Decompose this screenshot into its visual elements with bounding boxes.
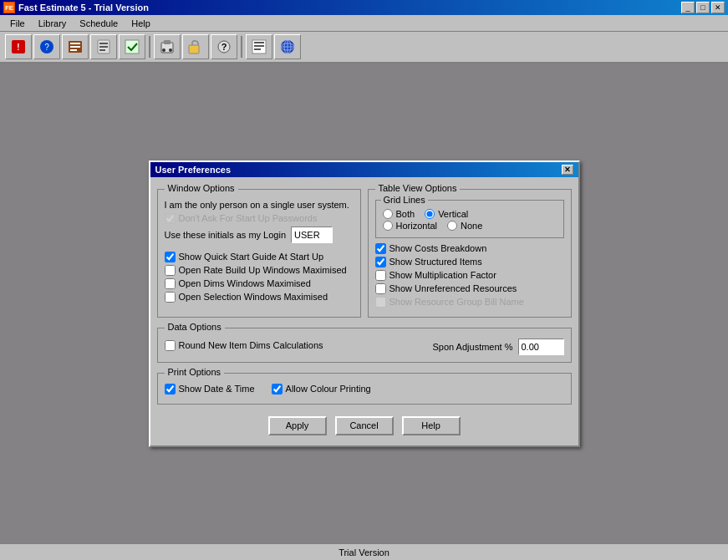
title-bar-left: FE Fast Estimate 5 - Trial Version (3, 2, 149, 13)
open-ratebuildup-label: Open Rate Build Up Windows Maximised (179, 265, 347, 275)
maximize-button[interactable]: □ (696, 2, 710, 13)
round-calc-row: Round New Item Dims Calculations (165, 340, 323, 351)
title-bar: FE Fast Estimate 5 - Trial Version _ □ ✕ (0, 0, 728, 15)
radio-vertical: Vertical (425, 209, 468, 219)
dialog-close-button[interactable]: ✕ (562, 165, 573, 175)
dialog-title-text: User Preferences (155, 165, 232, 175)
open-selection-label: Open Selection Windows Maximised (179, 292, 328, 302)
toolbar-btn-6[interactable] (154, 34, 181, 59)
svg-text:!: ! (17, 43, 19, 52)
toolbar-btn-1[interactable]: ! (5, 34, 32, 59)
toolbar-btn-9[interactable] (246, 34, 272, 59)
radio-vertical-input[interactable] (425, 209, 435, 219)
data-options-inner: Round New Item Dims Calculations Spon Ad… (165, 339, 564, 355)
table-view-options-group: Table View Options Grid Lines Both Verti… (368, 189, 572, 318)
minimize-button[interactable]: _ (681, 2, 695, 13)
open-ratebuildup-checkbox[interactable] (165, 265, 176, 276)
window-options-desc: I am the only person on a single user sy… (165, 200, 354, 210)
radio-vertical-label: Vertical (438, 209, 468, 219)
login-row: Use these initials as my Login (165, 227, 354, 243)
show-quickstart-row: Show Quick Start Guide At Start Up (165, 252, 354, 262)
open-selection-checkbox[interactable] (165, 292, 176, 303)
toolbar-btn-8[interactable]: ? (211, 34, 237, 59)
show-mult-row: Show Multiplication Factor (375, 270, 564, 281)
radio-horizontal-input[interactable] (383, 221, 393, 231)
show-quickstart-checkbox[interactable] (165, 252, 176, 262)
svg-rect-9 (99, 43, 108, 44)
radio-horizontal: Horizontal (383, 221, 438, 231)
top-groups: Window Options I am the only person on a… (157, 184, 572, 318)
allow-colour-label: Allow Colour Printing (286, 384, 371, 394)
login-label: Use these initials as my Login (165, 230, 287, 240)
print-options-label: Print Options (165, 367, 225, 377)
show-costs-checkbox[interactable] (375, 243, 386, 254)
title-bar-buttons[interactable]: _ □ ✕ (681, 2, 725, 13)
show-unreferenced-row: Show Unreferenced Resources (375, 283, 564, 294)
user-preferences-dialog: User Preferences ✕ Window Options I am t… (149, 160, 580, 447)
svg-rect-17 (189, 45, 199, 53)
menu-schedule[interactable]: Schedule (73, 17, 125, 30)
show-structured-checkbox[interactable] (375, 257, 386, 267)
help-button[interactable]: Help (402, 416, 461, 435)
spon-adj-input[interactable] (518, 339, 564, 355)
grid-lines-group: Grid Lines Both Vertical (375, 200, 564, 238)
app-icon: FE (3, 2, 15, 13)
dialog-buttons: Apply Cancel Help (157, 410, 572, 439)
allow-colour-row: Allow Colour Printing (272, 384, 371, 395)
svg-point-15 (169, 48, 172, 52)
open-selection-row: Open Selection Windows Maximised (165, 292, 354, 303)
toolbar-btn-7[interactable] (182, 34, 209, 59)
login-input[interactable] (291, 227, 333, 243)
svg-rect-7 (70, 49, 77, 51)
open-ratebuildup-row: Open Rate Build Up Windows Maximised (165, 265, 354, 276)
window-options-group: Window Options I am the only person on a… (157, 189, 361, 318)
menu-file[interactable]: File (3, 17, 32, 30)
dialog-body: Window Options I am the only person on a… (150, 177, 578, 445)
toolbar-btn-5[interactable] (119, 34, 145, 59)
status-bar: Trial Version (0, 543, 728, 560)
spon-adj-label: Spon Adjustment % (432, 342, 512, 352)
toolbar-btn-10[interactable] (274, 34, 301, 59)
show-mult-checkbox[interactable] (375, 270, 386, 281)
round-calc-checkbox[interactable] (165, 340, 176, 351)
radio-none-input[interactable] (447, 221, 457, 231)
svg-text:?: ? (221, 42, 227, 52)
apply-button[interactable]: Apply (268, 416, 327, 435)
spon-adj-row: Spon Adjustment % (432, 339, 563, 355)
status-text: Trial Version (339, 547, 389, 557)
round-calc-label: Round New Item Dims Calculations (179, 340, 323, 350)
radio-both-input[interactable] (383, 209, 393, 219)
svg-rect-11 (99, 49, 105, 51)
radio-none: None (447, 221, 482, 231)
menu-help[interactable]: Help (125, 17, 157, 30)
radio-horizontal-label: Horizontal (396, 221, 438, 231)
data-options-label: Data Options (165, 322, 225, 332)
toolbar-btn-2[interactable]: ? (33, 34, 60, 59)
toolbar-separator-2 (241, 36, 242, 58)
open-dims-row: Open Dims Windows Maximised (165, 278, 354, 289)
show-costs-label: Show Costs Breakdown (389, 243, 487, 253)
radio-both-label: Both (396, 209, 415, 219)
table-view-options-label: Table View Options (375, 183, 461, 193)
close-button[interactable]: ✕ (711, 2, 725, 13)
toolbar-btn-4[interactable] (90, 34, 117, 59)
open-dims-checkbox[interactable] (165, 278, 176, 289)
svg-rect-5 (70, 43, 80, 44)
menu-library[interactable]: Library (32, 17, 74, 30)
toolbar-btn-3[interactable] (62, 34, 89, 59)
show-structured-label: Show Structured Items (389, 257, 482, 267)
svg-rect-21 (254, 42, 264, 43)
allow-colour-checkbox[interactable] (272, 384, 283, 395)
show-unreferenced-checkbox[interactable] (375, 283, 386, 294)
svg-rect-10 (99, 46, 108, 48)
show-datetime-checkbox[interactable] (165, 384, 176, 395)
show-datetime-label: Show Date & Time (179, 384, 255, 394)
cancel-button[interactable]: Cancel (335, 416, 394, 435)
radio-both: Both (383, 209, 415, 219)
toolbar: ! ? ? (0, 32, 728, 64)
menu-bar: File Library Schedule Help (0, 15, 728, 32)
toolbar-separator-1 (149, 36, 150, 58)
show-resource-checkbox (375, 297, 386, 308)
show-unreferenced-label: Show Unreferenced Resources (389, 283, 517, 293)
dialog-title-bar: User Preferences ✕ (150, 162, 578, 177)
